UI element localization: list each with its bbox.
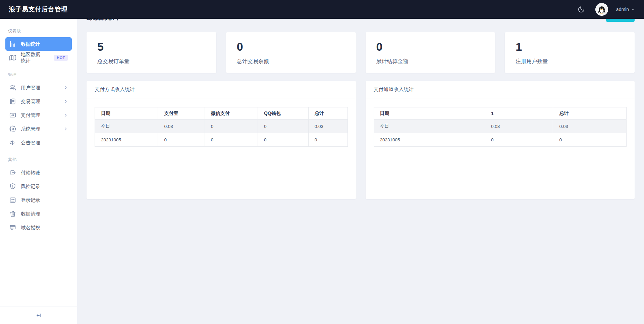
table-header-row: 日期 1 总计: [374, 107, 627, 120]
sidebar-item-transaction-management[interactable]: 交易管理: [5, 95, 72, 108]
table-cell: 0: [553, 133, 627, 147]
stat-value: 1: [516, 40, 624, 54]
tables-row: 支付方式收入统计 日期 支付宝 微信支付 QQ钱包 总计: [87, 81, 635, 199]
panel-payment-method-stats: 支付方式收入统计 日期 支付宝 微信支付 QQ钱包 总计: [87, 81, 356, 199]
transfer-arrows-icon: [9, 112, 16, 119]
stat-card-registered-users: 1 注册用户数量: [505, 32, 635, 73]
payment-channel-table: 日期 1 总计 今日 0.03 0.03 20231005: [374, 107, 627, 147]
table-header-row: 日期 支付宝 微信支付 QQ钱包 总计: [95, 107, 348, 120]
column-header: 总计: [308, 107, 347, 120]
chevron-right-icon: [64, 99, 68, 103]
sidebar-item-announcement-management[interactable]: 公告管理: [5, 136, 72, 149]
sidebar-item-data-stats[interactable]: 数据统计: [5, 37, 72, 51]
export-icon: [9, 169, 16, 176]
table-row: 今日 0.03 0.03: [374, 120, 627, 133]
sidebar-item-label: 交易管理: [21, 98, 40, 105]
chevron-right-icon: [64, 113, 68, 117]
moon-icon: [578, 6, 585, 13]
table-cell: 今日: [95, 120, 158, 133]
table-row: 20231005 0 0: [374, 133, 627, 147]
table-row: 20231005 0 0 0 0: [95, 133, 348, 147]
sidebar-item-label: 支付管理: [21, 112, 40, 119]
sidebar-item-domain-authorization[interactable]: 域名授权: [5, 221, 72, 234]
stat-value: 5: [97, 40, 206, 54]
sidebar-item-payment-transfer[interactable]: 付款转账: [5, 166, 72, 179]
table-cell: 0: [258, 120, 309, 133]
table-cell: 0: [158, 133, 205, 147]
users-icon: [9, 84, 16, 91]
chevron-right-icon: [64, 86, 68, 90]
panel-payment-channel-stats: 支付通道收入统计 日期 1 总计 今日 0.03: [366, 81, 635, 199]
speaker-icon: [9, 139, 16, 146]
stat-label: 总交易订单量: [97, 58, 206, 65]
sidebar-section-dashboard: 仪表版: [8, 28, 69, 34]
stat-label: 注册用户数量: [516, 58, 624, 65]
sidebar-item-login-records[interactable]: 登录记录: [5, 193, 72, 207]
sidebar-item-label: 域名授权: [21, 225, 40, 231]
sidebar-section-management: 管理: [8, 72, 69, 78]
top-navbar: 浪子易支付后台管理 ad: [0, 0, 644, 19]
stat-card-total-balance: 0 总计交易余额: [226, 32, 356, 73]
stat-value: 0: [237, 40, 345, 54]
sidebar-item-label: 风控记录: [21, 183, 40, 190]
table-cell: 0: [205, 120, 258, 133]
stat-cards-row: 5 总交易订单量 0 总计交易余额 0 累计结算金额 1 注册用户数量: [87, 32, 635, 73]
gear-icon: [9, 126, 16, 132]
sidebar-item-label: 数据清理: [21, 211, 40, 217]
avatar-penguin-image: [595, 3, 608, 16]
payment-method-table: 日期 支付宝 微信支付 QQ钱包 总计 今日 0.03 0 0: [95, 107, 348, 147]
documents-icon: [9, 98, 16, 105]
stat-label: 累计结算金额: [376, 58, 485, 65]
bar-chart-icon: [9, 41, 16, 47]
sidebar-item-label: 公告管理: [21, 140, 40, 146]
stat-value: 0: [376, 40, 485, 54]
table-cell: 0: [485, 133, 553, 147]
table-cell: 0.03: [553, 120, 627, 133]
table-cell: 0.03: [485, 120, 553, 133]
column-header: 微信支付: [205, 107, 258, 120]
hot-badge: HOT: [54, 55, 68, 61]
sidebar-item-system-management[interactable]: 系统管理: [5, 122, 72, 136]
table-cell: 0: [258, 133, 309, 147]
table-cell: 0.03: [158, 120, 205, 133]
log-list-icon: [9, 197, 16, 203]
user-menu[interactable]: admin: [616, 7, 635, 12]
username-label: admin: [616, 7, 629, 12]
sidebar-item-label: 数据统计: [21, 41, 40, 47]
stat-label: 总计交易余额: [237, 58, 345, 65]
column-header: 总计: [553, 107, 627, 120]
column-header: 1: [485, 107, 553, 120]
sidebar-item-region-stats[interactable]: 地区数据统计 HOT: [5, 51, 72, 64]
theme-toggle-button[interactable]: [575, 3, 587, 15]
sidebar-item-label: 登录记录: [21, 197, 40, 203]
topbar-actions: admin: [575, 3, 635, 16]
sidebar-collapse-button[interactable]: [0, 307, 77, 324]
user-avatar[interactable]: [595, 3, 608, 16]
map-icon: [9, 54, 16, 61]
sidebar-item-user-management[interactable]: 用户管理: [5, 81, 72, 94]
sidebar-item-label: 用户管理: [21, 85, 40, 91]
table-cell: 今日: [374, 120, 485, 133]
panel-body: 日期 支付宝 微信支付 QQ钱包 总计 今日 0.03 0 0: [87, 98, 356, 147]
stat-card-settled-amount: 0 累计结算金额: [366, 32, 495, 73]
sidebar-item-data-cleanup[interactable]: 数据清理: [5, 207, 72, 221]
sidebar: 仪表版 数据统计 地区数据统计 HOT 管理 用户管理: [0, 19, 77, 324]
panel-header: 支付方式收入统计: [87, 81, 356, 98]
sidebar-item-label: 付款转账: [21, 170, 40, 176]
column-header: 支付宝: [158, 107, 205, 120]
sidebar-item-label: 地区数据统计: [21, 51, 45, 64]
column-header: QQ钱包: [258, 107, 309, 120]
table-cell: 0.03: [308, 120, 347, 133]
stat-card-total-orders: 5 总交易订单量: [87, 32, 216, 73]
panel-body: 日期 1 总计 今日 0.03 0.03 20231005: [366, 98, 635, 147]
panel-header: 支付通道收入统计: [366, 81, 635, 98]
chevron-down-icon: [631, 7, 635, 12]
collapse-arrow-icon: [36, 313, 42, 318]
column-header: 日期: [95, 107, 158, 120]
table-cell: 0: [205, 133, 258, 147]
sidebar-item-payment-management[interactable]: 支付管理: [5, 108, 72, 122]
sidebar-item-risk-records[interactable]: 风控记录: [5, 180, 72, 193]
sidebar-menu: 仪表版 数据统计 地区数据统计 HOT 管理 用户管理: [0, 19, 77, 307]
browser-window-icon: [9, 224, 16, 231]
main-content: 数据统计 刷新 5 总交易订单量 0 总计交易余额 0 累计结算金额 1 注册用…: [77, 0, 644, 199]
